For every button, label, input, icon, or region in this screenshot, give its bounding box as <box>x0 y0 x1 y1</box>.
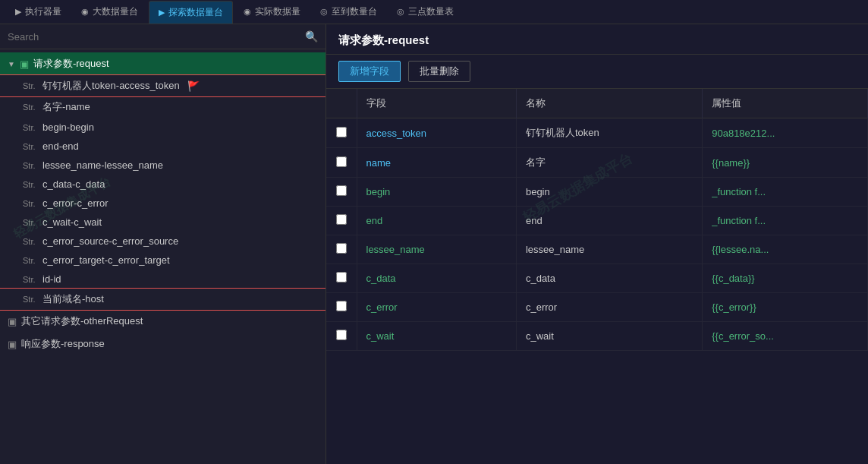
search-icon[interactable]: 🔍 <box>305 30 318 43</box>
checkbox-cell-2[interactable] <box>326 178 357 207</box>
tree-area: ▼ ▣ 请求参数-request Str. 钉钉机器人token-access_… <box>0 49 326 464</box>
value-cell-6: {{c_error}} <box>703 293 868 322</box>
row-checkbox-5[interactable] <box>336 272 347 283</box>
name-cell-7: c_wait <box>516 322 702 351</box>
col-field: 字段 <box>357 89 516 118</box>
table-row-2: beginbegin_function f... <box>326 178 868 207</box>
row-checkbox-4[interactable] <box>336 243 347 254</box>
checkbox-cell-5[interactable] <box>326 264 357 293</box>
field-cell-6: c_error <box>357 293 516 322</box>
tree-item-0[interactable]: Str. 钉钉机器人token-access_token 🚩 <box>0 75 326 96</box>
row-checkbox-1[interactable] <box>336 156 347 167</box>
checkbox-cell-3[interactable] <box>326 207 357 235</box>
tree-item-7[interactable]: Str. c_wait-c_wait <box>0 213 326 232</box>
tree-item-8[interactable]: Str. c_error_source-c_error_source <box>0 232 326 251</box>
field-cell-5: c_data <box>357 264 516 293</box>
tab-5[interactable]: ◎ 至到数量台 <box>311 1 386 24</box>
tab-3-label: 探索数据量台 <box>168 6 223 19</box>
row-checkbox-6[interactable] <box>336 301 347 311</box>
tree-item-10[interactable]: Str. id-id <box>0 270 326 289</box>
tab-2-icon: ◉ <box>81 7 89 17</box>
tab-4[interactable]: ◉ 实际数据量 <box>234 1 310 24</box>
name-cell-0: 钉钉机器人token <box>516 118 702 148</box>
row-checkbox-0[interactable] <box>336 127 347 137</box>
tab-4-icon: ◉ <box>244 7 251 17</box>
tree-subgroup-1[interactable]: ▣ 响应参数-response <box>0 333 326 355</box>
type-badge-8: Str. <box>23 237 38 246</box>
item-label-2: begin-begin <box>42 122 94 133</box>
value-cell-5: {{c_data}} <box>703 264 868 293</box>
name-cell-4: lessee_name <box>516 235 702 264</box>
type-badge-6: Str. <box>23 199 38 208</box>
tab-5-label: 至到数量台 <box>332 5 377 18</box>
row-checkbox-3[interactable] <box>336 214 347 225</box>
tree-item-3[interactable]: Str. end-end <box>0 137 326 156</box>
tab-1-icon: ▶ <box>15 7 21 17</box>
col-name: 名称 <box>516 89 702 118</box>
tree-root-item[interactable]: ▼ ▣ 请求参数-request <box>0 52 326 75</box>
tree-item-1[interactable]: Str. 名字-name <box>0 96 326 118</box>
tab-bar: ▶ 执行器量 ◉ 大数据量台 ▶ 探索数据量台 ◉ 实际数据量 ◎ 至到数量台 … <box>0 0 868 24</box>
tree-item-5[interactable]: Str. c_data-c_data <box>0 175 326 194</box>
search-input[interactable] <box>8 31 299 43</box>
sidebar: 轻易云数据集成平台 🔍 ▼ ▣ 请求参数-request Str. 钉钉机器人t… <box>0 24 326 464</box>
item-label-4: lessee_name-lessee_name <box>42 159 163 171</box>
type-badge-10: Str. <box>23 275 38 284</box>
table-row-3: endend_function f... <box>326 207 868 235</box>
value-cell-7: {{c_error_so... <box>703 322 868 351</box>
tree-subgroup-0[interactable]: ▣ 其它请求参数-otherRequest <box>0 310 326 333</box>
field-cell-7: c_wait <box>357 322 516 351</box>
add-field-button[interactable]: 新增字段 <box>338 61 401 82</box>
tab-3-icon: ▶ <box>159 8 165 17</box>
checkbox-cell-0[interactable] <box>326 118 357 148</box>
item-label-9: c_error_target-c_error_target <box>42 254 170 266</box>
field-cell-4: lessee_name <box>357 235 516 264</box>
type-badge-5: Str. <box>23 180 38 189</box>
type-badge-11: Str. <box>23 295 38 304</box>
search-bar: 🔍 <box>0 24 326 49</box>
batch-delete-button[interactable]: 批量删除 <box>408 61 470 82</box>
tab-2-label: 大数据量台 <box>93 5 138 18</box>
checkbox-cell-7[interactable] <box>326 322 357 351</box>
col-checkbox <box>326 89 357 118</box>
tab-6-label: 三点数量表 <box>408 5 454 18</box>
row-checkbox-2[interactable] <box>336 185 347 196</box>
tree-item-2[interactable]: Str. begin-begin <box>0 118 326 137</box>
type-badge-2: Str. <box>23 123 38 132</box>
row-checkbox-7[interactable] <box>336 330 347 340</box>
main-content: 轻易云数据集成平台 🔍 ▼ ▣ 请求参数-request Str. 钉钉机器人t… <box>0 24 868 464</box>
field-cell-3: end <box>357 207 516 235</box>
value-cell-3: _function f... <box>703 207 868 235</box>
tree-item-9[interactable]: Str. c_error_target-c_error_target <box>0 251 326 270</box>
table-row-5: c_datac_data{{c_data}} <box>326 264 868 293</box>
subgroup-label-0: 其它请求参数-otherRequest <box>21 314 143 328</box>
type-badge-3: Str. <box>23 142 38 151</box>
panel-title: 请求参数-request <box>326 24 868 55</box>
checkbox-cell-6[interactable] <box>326 293 357 322</box>
type-badge-7: Str. <box>23 218 38 227</box>
fields-table: 字段 名称 属性值 access_token钉钉机器人token90a818e2… <box>326 89 868 351</box>
item-label-10: id-id <box>42 273 61 285</box>
name-cell-1: 名字 <box>516 148 702 178</box>
tab-1[interactable]: ▶ 执行器量 <box>6 1 71 24</box>
right-panel: 轻易云数据集成平台 请求参数-request 新增字段 批量删除 字段 名称 属… <box>326 24 868 464</box>
table-header-row: 字段 名称 属性值 <box>326 89 868 118</box>
tree-expand-arrow: ▼ <box>8 60 15 68</box>
tree-item-6[interactable]: Str. c_error-c_error <box>0 194 326 213</box>
tab-6[interactable]: ◎ 三点数量表 <box>388 1 463 24</box>
tab-3[interactable]: ▶ 探索数据量台 <box>149 1 233 24</box>
value-cell-4: {{lessee.na... <box>703 235 868 264</box>
item-label-5: c_data-c_data <box>42 178 105 190</box>
tree-item-4[interactable]: Str. lessee_name-lessee_name <box>0 156 326 175</box>
name-cell-5: c_data <box>516 264 702 293</box>
root-item-label: 请求参数-request <box>33 57 109 71</box>
table-row-4: lessee_namelessee_name{{lessee.na... <box>326 235 868 264</box>
checkbox-cell-1[interactable] <box>326 148 357 178</box>
field-cell-1: name <box>357 148 516 178</box>
tab-2[interactable]: ◉ 大数据量台 <box>72 1 147 24</box>
data-table: 字段 名称 属性值 access_token钉钉机器人token90a818e2… <box>326 89 868 464</box>
table-row-1: name名字{{name}} <box>326 148 868 178</box>
panel-toolbar: 新增字段 批量删除 <box>326 55 868 89</box>
checkbox-cell-4[interactable] <box>326 235 357 264</box>
tree-item-11[interactable]: Str. 当前域名-host <box>0 289 326 310</box>
